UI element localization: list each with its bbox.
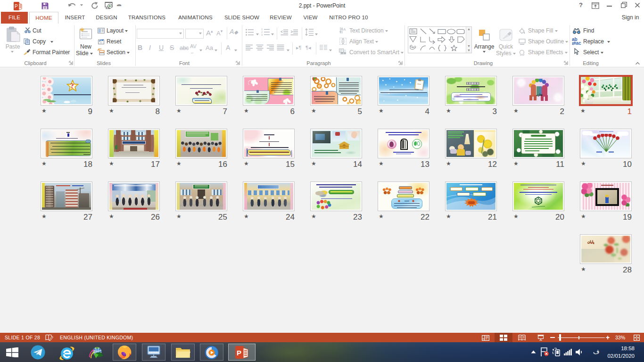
svg-text:?: ? [70,82,74,90]
svg-text:A: A [343,27,346,32]
svg-text:P: P [237,349,241,357]
svg-text:3: 3 [261,33,263,36]
